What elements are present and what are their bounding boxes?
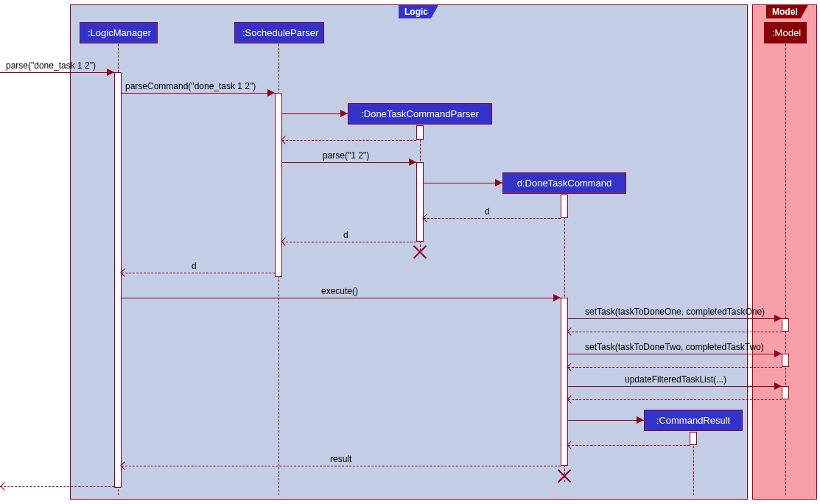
participant-done-task-command: d:DoneTaskCommand: [502, 172, 626, 194]
participant-logic-manager: :LogicManager: [80, 22, 158, 43]
msg-settask-2: [568, 354, 782, 354]
msg-label-settask-2: setTask(taskToDoneTwo, completedTaskTwo): [585, 342, 764, 352]
msg-result: [122, 466, 561, 466]
lifeline-model: [785, 44, 786, 495]
destroy-icon: [413, 245, 427, 259]
msg-label-d3: d: [192, 261, 197, 271]
msg-label-update-list: updateFilteredTaskList(...): [625, 374, 726, 385]
activation-model-2: [782, 354, 789, 367]
msg-execute: [122, 298, 561, 298]
msg-parse-in: [0, 72, 114, 73]
msg-label-execute: execute(): [321, 286, 358, 296]
activation-logic-manager: [114, 72, 122, 488]
logic-frame-label: Logic: [399, 5, 438, 18]
msg-parse-command: [122, 93, 275, 94]
msg-label-result: result: [330, 454, 351, 464]
activation-command-result: [690, 432, 697, 445]
participant-done-task-command-parser: :DoneTaskCommandParser: [348, 103, 492, 125]
msg-label-settask-1: setTask(taskToDoneOne, completedTaskOne): [585, 307, 765, 317]
msg-parse-12: [282, 162, 416, 163]
arrow-icon: [774, 350, 782, 357]
arrow-icon: [0, 482, 8, 490]
arrow-icon: [340, 110, 348, 117]
activation-done-task-command-parser-2: [416, 162, 424, 242]
msg-create-dtcp: [282, 113, 348, 114]
msg-label-d1: d: [485, 206, 490, 217]
model-frame-label: Model: [766, 5, 808, 18]
msg-return-cr: [568, 445, 690, 446]
arrow-icon: [774, 382, 782, 390]
msg-label-parse-in: parse("done_task 1 2"): [6, 60, 96, 71]
arrow-icon: [495, 179, 502, 186]
participant-sochedule-parser: :SocheduleParser: [234, 22, 324, 43]
msg-label-d2: d: [343, 230, 348, 240]
arrow-icon: [553, 294, 561, 301]
arrow-icon: [267, 89, 275, 97]
model-frame: Model: [752, 4, 817, 500]
msg-return-settask-1: [568, 332, 782, 332]
msg-return-d3: [122, 273, 275, 273]
msg-return-settask-2: [568, 367, 782, 368]
msg-label-parse-12: parse("1 2"): [323, 150, 369, 161]
msg-return-d2: [282, 242, 416, 242]
participant-model: :Model: [764, 22, 807, 43]
arrow-icon: [774, 315, 782, 322]
activation-done-task-command-parser-1: [416, 125, 424, 140]
msg-label-parse-command: parseCommand("done_task 1 2"): [125, 81, 256, 91]
msg-create-dtc: [424, 183, 502, 183]
activation-sochedule-parser: [275, 93, 282, 277]
arrow-icon: [107, 69, 114, 76]
msg-return-out: [0, 486, 114, 487]
msg-settask-1: [568, 318, 782, 319]
msg-create-cr: [568, 420, 644, 421]
activation-model-3: [782, 386, 789, 399]
msg-return-update-list: [568, 399, 782, 400]
arrow-icon: [637, 416, 644, 424]
participant-command-result: :CommandResult: [644, 410, 743, 431]
msg-return-dtcp-create: [282, 140, 416, 141]
msg-update-list: [568, 386, 782, 387]
activation-model-1: [782, 318, 789, 332]
msg-return-d1: [424, 218, 561, 219]
activation-done-task-command-1: [561, 195, 568, 218]
arrow-icon: [409, 158, 416, 166]
destroy-icon: [557, 469, 572, 483]
activation-done-task-command-2: [561, 298, 568, 466]
